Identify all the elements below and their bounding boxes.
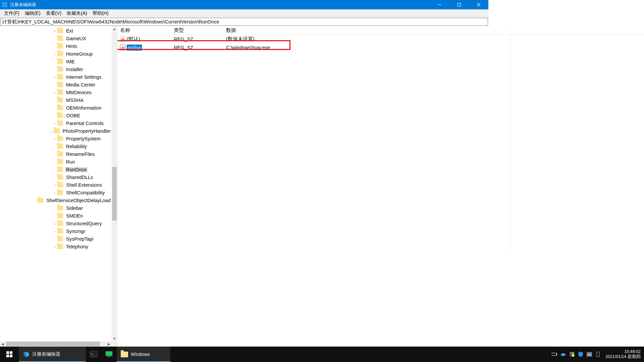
tree-item[interactable]: ›HomeGroup — [0, 50, 112, 58]
tree-item[interactable]: OOBE — [0, 112, 112, 119]
scroll-up-arrow-icon[interactable]: ▲ — [112, 26, 117, 32]
main-split: ›ExtGameUXHints›HomeGroupIMEInstaller›In… — [0, 26, 488, 274]
tree-item[interactable]: ›StructuredQuery — [0, 220, 112, 227]
folder-icon — [57, 82, 63, 87]
tree-item-label: Sidebar — [65, 205, 84, 211]
expand-icon[interactable]: › — [52, 229, 57, 233]
folder-icon — [57, 44, 63, 49]
tree-item-label: GameUX — [65, 36, 87, 41]
tree-item[interactable]: ›PropertySystem — [0, 135, 112, 142]
tree-item-label: SysPrepTapi — [65, 236, 94, 242]
scroll-thumb[interactable] — [112, 167, 117, 221]
tree-item-label: Run — [65, 159, 76, 165]
tree-item[interactable]: ›Ext — [0, 27, 112, 35]
folder-icon — [57, 229, 63, 234]
tree-item[interactable]: ShellServiceObjectDelayLoad — [0, 196, 112, 204]
tree-item[interactable]: Reliability — [0, 142, 112, 150]
expand-icon[interactable]: › — [52, 29, 57, 33]
tree-pane: ›ExtGameUXHints›HomeGroupIMEInstaller›In… — [0, 26, 117, 274]
window-title: 注册表编辑器 — [10, 2, 430, 8]
expand-icon[interactable]: › — [52, 222, 57, 226]
tree-item-label: ShellCompatibility — [65, 190, 106, 195]
menu-bar: 文件(F) 编辑(E) 查看(V) 收藏夹(A) 帮助(H) — [0, 9, 488, 17]
minimize-button[interactable] — [430, 0, 449, 9]
tree-item[interactable]: OEMInformation — [0, 104, 112, 112]
folder-icon — [57, 205, 63, 210]
folder-icon — [57, 175, 63, 180]
tree-item-label: RenameFiles — [65, 152, 96, 157]
tree-vertical-scrollbar[interactable]: ▲ ▼ — [112, 26, 117, 274]
tree-scroll-area: ›ExtGameUXHints›HomeGroupIMEInstaller›In… — [0, 26, 112, 274]
tree-item[interactable]: Hints — [0, 42, 112, 50]
menu-help[interactable]: 帮助(H) — [90, 10, 111, 17]
folder-icon — [57, 105, 63, 110]
tree-item-label: Ext — [65, 28, 74, 34]
string-value-icon: ab — [120, 45, 125, 50]
menu-edit[interactable]: 编辑(E) — [22, 10, 43, 17]
folder-icon — [57, 121, 63, 126]
tree-item[interactable]: SMDEn — [0, 212, 112, 220]
column-name[interactable]: 名称 — [117, 27, 171, 34]
tree-item[interactable]: Installer — [0, 65, 112, 73]
tree-item[interactable]: ›MMDevices — [0, 88, 112, 96]
tree-item[interactable]: ›ShellCompatibility — [0, 189, 112, 196]
folder-icon — [57, 98, 63, 103]
tree-item[interactable]: ›Shell Extensions — [0, 181, 112, 189]
tree-item-label: Hints — [65, 44, 78, 49]
tree-item[interactable]: IME — [0, 58, 112, 65]
tree-item[interactable]: MSSHA — [0, 96, 112, 104]
tree-item[interactable]: GameUX — [0, 35, 112, 42]
tree-item[interactable]: Run — [0, 158, 112, 166]
menu-view[interactable]: 查看(V) — [43, 10, 64, 17]
folder-icon — [57, 59, 63, 64]
tree-item[interactable]: SysPrepTapi — [0, 235, 112, 243]
tree-item-label: ShellServiceObjectDelayLoad — [45, 198, 112, 203]
value-row[interactable]: abmsfsaREG_SZC:\windows\tsay.exe — [117, 43, 488, 52]
expand-icon[interactable]: › — [49, 129, 53, 133]
tree-item-label: HomeGroup — [65, 51, 94, 57]
expand-icon[interactable]: › — [52, 137, 57, 141]
expand-icon[interactable]: › — [52, 191, 57, 195]
tree-item-label: RunOnce — [65, 167, 88, 172]
folder-icon — [57, 90, 63, 95]
folder-icon — [57, 213, 63, 218]
svg-rect-0 — [2, 2, 4, 4]
folder-icon — [57, 236, 63, 241]
tree-item-label: Shell Extensions — [65, 182, 103, 188]
tree-item[interactable]: ›PhotoPropertyHandler — [0, 127, 112, 135]
close-button[interactable] — [469, 0, 488, 9]
tree-item-label: Reliability — [65, 144, 88, 149]
address-bar[interactable]: 计算机\HKEY_LOCAL_MACHINE\SOF\Wow6432Node\M… — [0, 18, 488, 26]
folder-icon — [57, 152, 63, 157]
folder-icon — [57, 28, 63, 33]
tree-item[interactable]: ›Telephony — [0, 243, 112, 250]
expand-icon[interactable]: › — [52, 121, 57, 125]
tree-item[interactable]: ›Internet Settings — [0, 73, 112, 81]
tree-item[interactable]: ›Syncmgr — [0, 227, 112, 235]
tree-item[interactable]: Sidebar — [0, 204, 112, 212]
tree-item[interactable]: RunOnce — [0, 166, 112, 173]
column-type[interactable]: 类型 — [171, 27, 223, 34]
expand-icon[interactable]: › — [52, 245, 57, 249]
tree-item[interactable]: ›Parental Controls — [0, 119, 112, 127]
app-icon — [1, 1, 8, 8]
tree-item[interactable]: RenameFiles — [0, 150, 112, 158]
expand-icon[interactable]: › — [52, 90, 57, 95]
folder-icon — [37, 198, 43, 203]
tree-item-label: SMDEn — [65, 213, 84, 219]
expand-icon[interactable]: › — [52, 75, 57, 79]
menu-favorites[interactable]: 收藏夹(A) — [64, 10, 90, 17]
value-row[interactable]: ab(默认)REG_SZ(数值未设置) — [117, 35, 488, 43]
column-data[interactable]: 数据 — [223, 27, 488, 34]
tree-item-label: PropertySystem — [65, 136, 102, 141]
title-bar: 注册表编辑器 — [0, 0, 488, 9]
expand-icon[interactable]: › — [52, 183, 57, 187]
tree-item[interactable]: Media Center — [0, 81, 112, 88]
svg-rect-5 — [458, 3, 461, 6]
expand-icon[interactable]: › — [52, 52, 57, 56]
maximize-button[interactable] — [449, 0, 469, 9]
menu-file[interactable]: 文件(F) — [1, 10, 22, 17]
folder-icon — [57, 167, 63, 172]
tree-item[interactable]: SharedDLLs — [0, 173, 112, 181]
folder-icon — [57, 67, 63, 72]
